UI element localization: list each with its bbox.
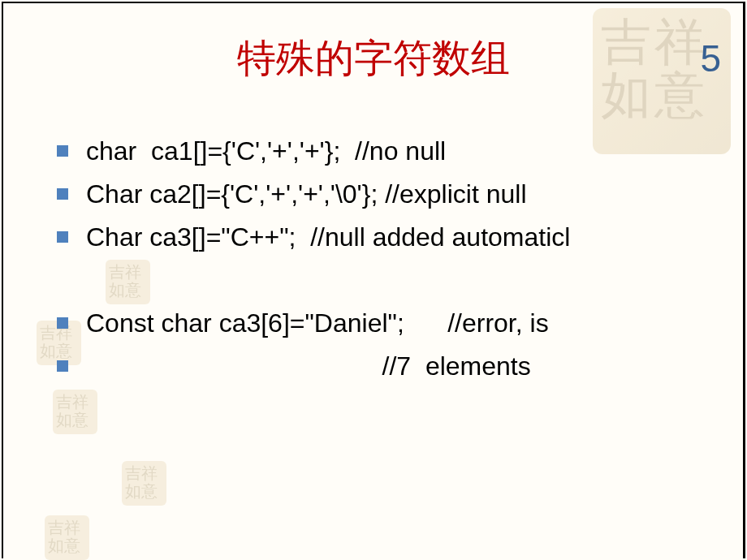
bullet-icon [57,231,68,243]
bullet-list: char ca1[]={'C','+','+'}; //no null Char… [57,134,723,392]
list-item: //7 elements [57,349,723,384]
bullet-icon [57,145,68,157]
bullet-text: Char ca2[]={'C','+','+','\0'}; //explici… [86,177,526,212]
watermark-seal-small [122,461,166,506]
bullet-icon [57,317,68,329]
slide-border-top [2,2,745,3]
slide-title: 特殊的字符数组 [0,32,747,84]
list-item: char ca1[]={'C','+','+'}; //no null [57,134,723,169]
bullet-text: //7 elements [86,349,531,384]
watermark-seal-small [53,390,97,434]
watermark-seal-small [45,515,89,560]
slide-border-left [2,2,3,558]
list-item: Const char ca3[6]="Daniel"; //error, is [57,306,723,341]
list-item: Char ca3[]="C++"; //null added automatic… [57,220,723,255]
bullet-icon [57,360,68,372]
page-number: 5 [700,37,721,80]
bullet-text: Const char ca3[6]="Daniel"; //error, is [86,306,549,341]
list-item: Char ca2[]={'C','+','+','\0'}; //explici… [57,177,723,212]
bullet-text: char ca1[]={'C','+','+'}; //no null [86,134,446,169]
spacer [57,264,723,306]
bullet-icon [57,188,68,200]
bullet-text: Char ca3[]="C++"; //null added automatic… [86,220,570,255]
slide-border-right [743,2,745,558]
